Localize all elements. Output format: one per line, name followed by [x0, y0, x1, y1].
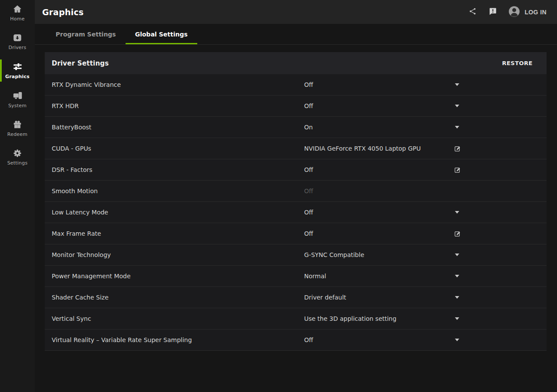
- tab-global-settings[interactable]: Global Settings: [126, 24, 197, 44]
- setting-control: [453, 296, 461, 299]
- sidebar-item-system[interactable]: System: [0, 90, 35, 109]
- sidebar-item-label: Settings: [7, 160, 28, 166]
- setting-value[interactable]: Off: [304, 209, 453, 216]
- setting-value[interactable]: NVIDIA GeForce RTX 4050 Laptop GPU: [304, 145, 453, 152]
- setting-label: Low Latency Mode: [52, 209, 304, 216]
- header-actions: LOG IN: [468, 6, 547, 19]
- chevron-down-icon[interactable]: [455, 126, 459, 128]
- drivers-icon: [13, 33, 22, 43]
- setting-control: [453, 166, 461, 174]
- setting-label: Max Frame Rate: [52, 230, 304, 237]
- sidebar-item-home[interactable]: Home: [0, 3, 35, 23]
- setting-label: Smooth Motion: [52, 188, 304, 194]
- system-icon: [13, 91, 23, 101]
- setting-control: [453, 230, 461, 237]
- page-title: Graphics: [42, 7, 84, 17]
- share-icon: [468, 7, 477, 17]
- setting-control: [453, 211, 461, 214]
- settings-row: Shader Cache Size Driver default: [45, 287, 547, 308]
- app-header: Graphics: [35, 0, 557, 24]
- sidebar-item-label: Graphics: [5, 74, 30, 79]
- sidebar-item-label: System: [8, 103, 27, 109]
- settings-row: Virtual Reality – Variable Rate Super Sa…: [45, 329, 547, 351]
- settings-rows: RTX Dynamic Vibrance Off RTX HDR Off Bat…: [45, 74, 547, 351]
- chevron-down-icon[interactable]: [455, 254, 459, 256]
- setting-control: [453, 254, 461, 256]
- settings-row: Power Management Mode Normal: [45, 266, 547, 287]
- sidebar-item-graphics[interactable]: Graphics: [0, 61, 35, 80]
- setting-label: CUDA - GPUs: [52, 145, 304, 152]
- setting-control: [453, 317, 461, 320]
- setting-value: Off: [304, 188, 453, 194]
- settings-row: Monitor Technology G-SYNC Compatible: [45, 244, 547, 266]
- redeem-icon: [13, 120, 22, 129]
- settings-row: Smooth Motion Off: [45, 181, 547, 202]
- sidebar-item-drivers[interactable]: Drivers: [0, 32, 35, 51]
- setting-control: [453, 145, 461, 152]
- panel-header: Driver Settings RESTORE: [45, 52, 547, 74]
- sidebar: Home Drivers Graphics: [0, 0, 35, 392]
- chevron-down-icon[interactable]: [455, 317, 459, 320]
- setting-control: [453, 275, 461, 277]
- sidebar-item-label: Redeem: [7, 132, 27, 137]
- setting-control: [453, 105, 461, 107]
- feedback-button[interactable]: [488, 7, 497, 17]
- setting-value[interactable]: Off: [304, 336, 453, 343]
- sidebar-item-settings[interactable]: Settings: [0, 148, 35, 167]
- chevron-down-icon[interactable]: [455, 339, 459, 341]
- setting-value[interactable]: Use the 3D application setting: [304, 315, 453, 322]
- setting-label: Monitor Technology: [52, 251, 304, 258]
- sidebar-item-redeem[interactable]: Redeem: [0, 119, 35, 138]
- setting-label: RTX Dynamic Vibrance: [52, 81, 304, 88]
- setting-label: Virtual Reality – Variable Rate Super Sa…: [52, 336, 304, 343]
- setting-value[interactable]: Driver default: [304, 294, 453, 301]
- driver-settings-panel: Driver Settings RESTORE RTX Dynamic Vibr…: [45, 52, 547, 351]
- avatar: [508, 6, 520, 19]
- sidebar-item-label: Drivers: [9, 45, 27, 50]
- setting-control: [453, 339, 461, 341]
- setting-control: [453, 126, 461, 128]
- tab-program-settings[interactable]: Program Settings: [46, 24, 126, 44]
- settings-row: Low Latency Mode Off: [45, 202, 547, 223]
- settings-icon: [13, 148, 22, 158]
- settings-row: Max Frame Rate Off: [45, 223, 547, 244]
- setting-value[interactable]: On: [304, 124, 453, 131]
- chevron-down-icon[interactable]: [455, 83, 459, 86]
- setting-value[interactable]: G-SYNC Compatible: [304, 251, 453, 258]
- edit-icon[interactable]: [454, 230, 461, 237]
- sidebar-item-label: Home: [10, 16, 24, 22]
- settings-row: RTX HDR Off: [45, 96, 547, 117]
- setting-value[interactable]: Normal: [304, 273, 453, 280]
- content-area: Driver Settings RESTORE RTX Dynamic Vibr…: [35, 45, 557, 392]
- chevron-down-icon[interactable]: [455, 105, 459, 107]
- tab-bar: Program Settings Global Settings: [35, 24, 557, 45]
- setting-control: [453, 83, 461, 86]
- settings-row: Vertical Sync Use the 3D application set…: [45, 308, 547, 329]
- login-button[interactable]: LOG IN: [508, 6, 547, 19]
- login-label: LOG IN: [524, 9, 547, 16]
- share-button[interactable]: [468, 7, 477, 17]
- setting-label: Power Management Mode: [52, 273, 304, 280]
- setting-label: Shader Cache Size: [52, 294, 304, 301]
- settings-row: BatteryBoost On: [45, 117, 547, 138]
- setting-value[interactable]: Off: [304, 166, 453, 173]
- settings-row: RTX Dynamic Vibrance Off: [45, 74, 547, 96]
- setting-value[interactable]: Off: [304, 81, 453, 88]
- chevron-down-icon[interactable]: [455, 211, 459, 214]
- setting-value[interactable]: Off: [304, 102, 453, 109]
- graphics-icon: [13, 62, 23, 72]
- setting-label: Vertical Sync: [52, 315, 304, 322]
- setting-label: BatteryBoost: [52, 124, 304, 131]
- setting-label: DSR - Factors: [52, 166, 304, 173]
- setting-value[interactable]: Off: [304, 230, 453, 237]
- restore-button[interactable]: RESTORE: [502, 60, 533, 66]
- setting-label: RTX HDR: [52, 102, 304, 109]
- settings-row: CUDA - GPUs NVIDIA GeForce RTX 4050 Lapt…: [45, 138, 547, 159]
- edit-icon[interactable]: [454, 145, 461, 152]
- feedback-icon: [488, 7, 497, 17]
- home-icon: [13, 4, 22, 14]
- chevron-down-icon[interactable]: [455, 296, 459, 299]
- chevron-down-icon[interactable]: [455, 275, 459, 277]
- panel-title: Driver Settings: [52, 59, 109, 67]
- edit-icon[interactable]: [454, 166, 461, 174]
